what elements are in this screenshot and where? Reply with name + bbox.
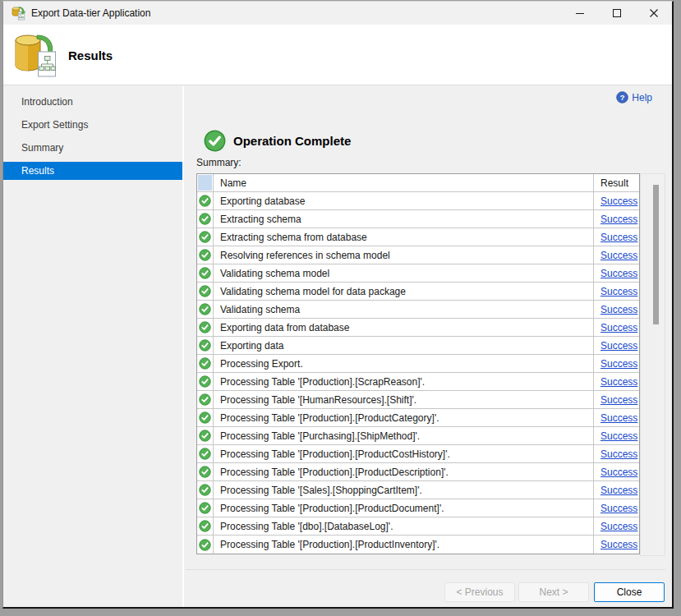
- success-link[interactable]: Success: [600, 521, 637, 532]
- row-status-cell: [197, 337, 214, 355]
- success-link[interactable]: Success: [600, 340, 637, 352]
- previous-button[interactable]: < Previous: [444, 582, 515, 602]
- row-result-cell: Success: [594, 355, 639, 373]
- table-row: Validating schema model Success: [197, 264, 639, 283]
- results-table: Name Result Exporting d: [196, 173, 640, 554]
- row-status-cell: [197, 228, 214, 246]
- header-select-all-cell[interactable]: [197, 174, 214, 192]
- maximize-icon: [612, 8, 622, 18]
- row-name: Validating schema model for data package: [214, 283, 594, 301]
- table-header-row: Name Result: [197, 174, 639, 192]
- row-status-cell: [197, 409, 214, 427]
- column-header-name[interactable]: Name: [214, 174, 594, 192]
- success-link[interactable]: Success: [600, 322, 637, 333]
- success-link[interactable]: Success: [600, 539, 637, 550]
- table-row: Processing Export. Success: [197, 355, 639, 373]
- table-row: Processing Table '[Sales].[ShoppingCartI…: [197, 481, 639, 499]
- success-link[interactable]: Success: [600, 286, 637, 297]
- success-link[interactable]: Success: [600, 485, 637, 496]
- sidebar-item-introduction[interactable]: Introduction: [3, 93, 182, 111]
- success-link[interactable]: Success: [600, 412, 637, 424]
- table-row: Processing Table '[HumanResources].[Shif…: [197, 391, 639, 409]
- row-check-icon: [199, 430, 211, 442]
- success-link[interactable]: Success: [600, 304, 637, 315]
- help-link[interactable]: ? Help: [616, 91, 652, 103]
- row-status-cell: [197, 283, 214, 301]
- row-result-cell: Success: [594, 373, 639, 391]
- row-name: Processing Table '[HumanResources].[Shif…: [214, 391, 594, 409]
- table-row: Processing Table '[dbo].[DatabaseLog]'. …: [197, 517, 639, 536]
- row-result-cell: Success: [594, 463, 639, 481]
- row-result-cell: Success: [594, 246, 639, 264]
- row-name: Exporting database: [214, 192, 594, 210]
- row-status-cell: [197, 481, 214, 499]
- row-status-cell: [197, 391, 214, 409]
- row-name: Validating schema model: [214, 264, 594, 283]
- close-dialog-button[interactable]: Close: [594, 582, 665, 602]
- row-name: Processing Table '[dbo].[DatabaseLog]'.: [214, 517, 594, 536]
- success-link[interactable]: Success: [600, 503, 637, 514]
- row-name: Extracting schema: [214, 210, 594, 228]
- minimize-button[interactable]: [561, 2, 598, 25]
- column-header-result[interactable]: Result: [594, 174, 639, 192]
- help-label: Help: [632, 92, 652, 103]
- sidebar-item-results[interactable]: Results: [3, 162, 182, 180]
- row-result-cell: Success: [594, 301, 639, 319]
- sidebar-item-summary[interactable]: Summary: [3, 139, 182, 157]
- window-title: Export Data-tier Application: [31, 7, 561, 19]
- table-row: Processing Table '[Production].[ProductD…: [197, 499, 639, 517]
- success-link[interactable]: Success: [600, 250, 637, 261]
- success-link[interactable]: Success: [600, 195, 637, 207]
- row-status-cell: [197, 445, 214, 463]
- success-link[interactable]: Success: [600, 394, 637, 406]
- operation-complete-title: Operation Complete: [233, 134, 351, 148]
- table-row: Validating schema model for data package…: [197, 283, 639, 301]
- success-link[interactable]: Success: [600, 358, 637, 370]
- row-result-cell: Success: [594, 319, 639, 337]
- success-link[interactable]: Success: [600, 268, 637, 279]
- row-status-cell: [197, 246, 214, 264]
- row-check-icon: [199, 466, 211, 478]
- app-icon: [11, 6, 25, 21]
- row-result-cell: Success: [594, 228, 639, 246]
- sidebar-item-export-settings[interactable]: Export Settings: [3, 116, 182, 134]
- success-link[interactable]: Success: [600, 430, 637, 442]
- row-result-cell: Success: [594, 445, 639, 463]
- scrollbar-thumb[interactable]: [653, 185, 659, 324]
- row-name: Processing Table '[Production].[ProductI…: [214, 536, 594, 554]
- row-name: Exporting data: [214, 337, 594, 355]
- row-status-cell: [197, 264, 214, 283]
- success-link[interactable]: Success: [600, 376, 637, 388]
- row-status-cell: [197, 463, 214, 481]
- row-name: Processing Table '[Sales].[ShoppingCartI…: [214, 481, 594, 499]
- table-vertical-scrollbar[interactable]: [640, 173, 665, 556]
- next-button[interactable]: Next >: [518, 582, 589, 602]
- row-check-icon: [199, 285, 211, 297]
- row-result-cell: Success: [594, 264, 639, 283]
- wizard-banner: Results: [3, 25, 672, 85]
- table-row: Processing Table '[Production].[ProductD…: [197, 463, 639, 481]
- row-name: Resolving references in schema model: [214, 246, 594, 264]
- table-row: Processing Table '[Production].[ScrapRea…: [197, 373, 639, 391]
- row-check-icon: [199, 195, 211, 207]
- row-result-cell: Success: [594, 283, 639, 301]
- row-status-cell: [197, 427, 214, 445]
- operation-status: Operation Complete: [204, 130, 351, 152]
- page-title: Results: [68, 48, 113, 62]
- success-link[interactable]: Success: [600, 214, 637, 225]
- success-link[interactable]: Success: [600, 448, 637, 460]
- success-link[interactable]: Success: [600, 467, 637, 478]
- export-data-tier-dialog: Export Data-tier Application Resul: [2, 1, 674, 609]
- maximize-button[interactable]: [598, 2, 635, 25]
- row-name: Validating schema: [214, 301, 594, 319]
- close-button[interactable]: [635, 2, 672, 25]
- row-check-icon: [199, 393, 211, 406]
- titlebar[interactable]: Export Data-tier Application: [3, 2, 672, 25]
- row-result-cell: Success: [594, 481, 639, 499]
- table-row: Processing Table '[Production].[ProductI…: [197, 536, 639, 554]
- footer-divider: [186, 569, 665, 570]
- main-area: Introduction Export Settings Summary Res…: [3, 86, 672, 607]
- success-link[interactable]: Success: [600, 232, 637, 243]
- row-status-cell: [197, 355, 214, 373]
- row-check-icon: [199, 539, 211, 551]
